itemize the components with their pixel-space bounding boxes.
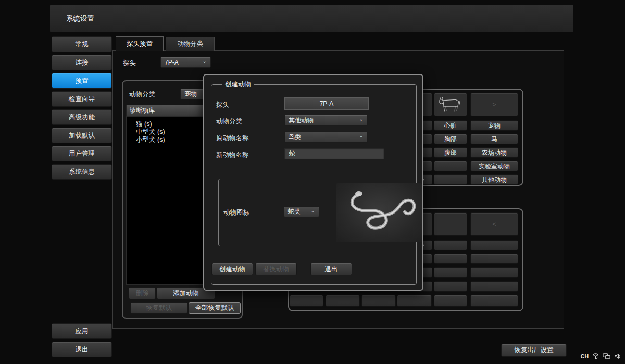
preset-empty-button[interactable] — [470, 295, 518, 307]
chevron-down-icon: ⌄ — [203, 59, 207, 64]
restore-all-default-button[interactable]: 全部恢复默认 — [189, 302, 241, 314]
animal-icon-value: 蛇类 — [288, 207, 301, 216]
sidebar-label: 加载默认 — [69, 131, 95, 140]
page-title: 系统设置 — [66, 14, 94, 23]
group-label: 其他动物 — [482, 175, 507, 184]
sidebar-label: 系统信息 — [69, 168, 95, 177]
chevron-left-icon: < — [492, 220, 496, 228]
tab-animal-category[interactable]: 动物分类 — [166, 37, 215, 51]
preset-empty-button[interactable] — [470, 240, 518, 250]
group-label: 马 — [491, 135, 497, 144]
dialog-exit-button[interactable]: 退出 — [310, 263, 352, 275]
delete-label: 删除 — [136, 289, 149, 298]
chevron-right-icon: > — [492, 101, 496, 108]
restore-label: 恢复默认 — [146, 304, 172, 312]
sidebar-label: 常规 — [76, 40, 89, 49]
preset-empty-button[interactable] — [470, 281, 518, 292]
preset-empty-button[interactable] — [470, 267, 518, 278]
preset-empty-button[interactable] — [326, 295, 360, 307]
dialog-category-label: 动物分类 — [216, 117, 242, 126]
tab-label: 动物分类 — [177, 40, 203, 48]
factory-reset-button[interactable]: 恢复出厂设置 — [501, 344, 567, 357]
list-header-label: 诊断项库 — [130, 106, 155, 115]
sidebar-item-user-mgmt[interactable]: 用户管理 — [52, 146, 112, 161]
dialog-title: 创建动物 — [222, 80, 254, 89]
group-other-animal-button[interactable]: 其他动物 — [470, 174, 518, 185]
preset-empty-button[interactable] — [434, 295, 467, 307]
group-lab-animal-button[interactable]: 实验室动物 — [470, 161, 518, 171]
animal-icon-preview — [336, 183, 422, 242]
group-farm-animal-button[interactable]: 农场动物 — [470, 147, 518, 158]
list-item[interactable]: 小型犬 (s) — [136, 135, 165, 144]
animal-icon-groupbox: 动物图标 蛇类 ⌄ — [218, 179, 424, 246]
sidebar-item-preset[interactable]: 预置 — [52, 73, 112, 89]
exit-label: 退出 — [76, 345, 89, 354]
apply-button[interactable]: 应用 — [52, 323, 112, 339]
dialog-probe-label: 探头 — [216, 101, 229, 109]
group-pets-button[interactable]: 宠物 — [470, 120, 518, 131]
probe-select[interactable]: 7P-A ⌄ — [160, 57, 211, 68]
dialog-create-button[interactable]: 创建动物 — [211, 263, 253, 275]
add-label: 添加动物 — [173, 289, 199, 298]
preset-page-prev-button[interactable]: < — [470, 212, 518, 236]
create-animal-dialog: 创建动物 探头 7P-A 动物分类 其他动物 ⌄ 原动物名称 鸟类 ⌄ 新动物名… — [203, 74, 423, 291]
preset-empty-button[interactable] — [434, 281, 467, 292]
delete-animal-button: 删除 — [129, 287, 156, 299]
exam-label: 腹部 — [444, 148, 457, 157]
dialog-category-value: 其他动物 — [289, 116, 314, 125]
preset-empty-button[interactable] — [361, 295, 396, 307]
dialog-new-name-input[interactable]: 蛇 — [284, 148, 384, 159]
status-bar: CH — [581, 353, 622, 360]
factory-reset-label: 恢复出厂设置 — [515, 346, 554, 355]
sidebar-item-connection[interactable]: 连接 — [52, 55, 112, 70]
dialog-orig-name-select[interactable]: 鸟类 ⌄ — [284, 131, 368, 143]
language-indicator[interactable]: CH — [581, 353, 589, 359]
snake-image — [336, 183, 422, 242]
exam-abdomen-button[interactable]: 腹部 — [434, 147, 467, 158]
preset-icon-button[interactable] — [434, 212, 467, 236]
probe-label: 探头 — [123, 59, 136, 68]
dialog-category-select[interactable]: 其他动物 ⌄ — [284, 115, 368, 126]
sidebar-item-system-info[interactable]: 系统信息 — [52, 164, 112, 180]
farm-animal-icon-button[interactable] — [434, 93, 467, 116]
preset-empty-button[interactable] — [434, 254, 467, 264]
dialog-orig-name-label: 原动物名称 — [216, 134, 249, 143]
exit-button[interactable]: 退出 — [52, 342, 112, 357]
category-page-next-button[interactable]: > — [470, 93, 518, 116]
title-bar: 系统设置 — [50, 5, 573, 32]
apply-label: 应用 — [76, 327, 89, 336]
preset-empty-button[interactable] — [434, 267, 467, 278]
exam-empty-button[interactable] — [434, 161, 467, 171]
category-select-value: 宠物 — [184, 90, 197, 98]
sidebar-item-load-default[interactable]: 加载默认 — [52, 128, 112, 143]
dialog-exit-label: 退出 — [325, 265, 338, 274]
tab-label: 探头预置 — [127, 40, 153, 48]
preset-empty-button[interactable] — [397, 295, 432, 307]
dual-display-icon — [603, 353, 611, 360]
sidebar-item-exam-wizard[interactable]: 检查向导 — [52, 91, 112, 107]
chevron-down-icon: ⌄ — [359, 117, 364, 122]
dialog-new-name-value: 蛇 — [289, 149, 295, 158]
exam-heart-button[interactable]: 心脏 — [434, 120, 467, 131]
chevron-down-icon: ⌄ — [311, 208, 315, 214]
group-label: 实验室动物 — [479, 162, 510, 171]
dialog-new-name-label: 新动物名称 — [216, 150, 249, 159]
preset-empty-button[interactable] — [470, 254, 518, 264]
touch-icon — [592, 353, 599, 360]
preset-empty-button[interactable] — [434, 240, 467, 250]
create-animal-groupbox: 创建动物 探头 7P-A 动物分类 其他动物 ⌄ 原动物名称 鸟类 ⌄ 新动物名… — [211, 84, 417, 285]
system-settings-screen: 系统设置 常规 连接 预置 检查向导 高级功能 加载默认 用户管理 系统信息 应… — [0, 0, 625, 364]
animal-icon-select[interactable]: 蛇类 ⌄ — [284, 206, 319, 217]
exam-chest-button[interactable]: 胸部 — [434, 134, 467, 144]
sidebar-item-general[interactable]: 常规 — [52, 36, 112, 52]
sidebar-label: 连接 — [76, 58, 89, 67]
dialog-create-label: 创建动物 — [219, 265, 245, 274]
tab-probe-preset[interactable]: 探头预置 — [116, 36, 164, 51]
sidebar-item-advanced[interactable]: 高级功能 — [52, 109, 112, 125]
speaker-icon — [614, 353, 622, 360]
preset-empty-button[interactable] — [290, 295, 323, 307]
group-horse-button[interactable]: 马 — [470, 134, 518, 144]
exam-empty-button[interactable] — [434, 174, 467, 185]
chevron-down-icon: ⌄ — [359, 133, 364, 139]
sidebar-label: 预置 — [76, 77, 89, 85]
